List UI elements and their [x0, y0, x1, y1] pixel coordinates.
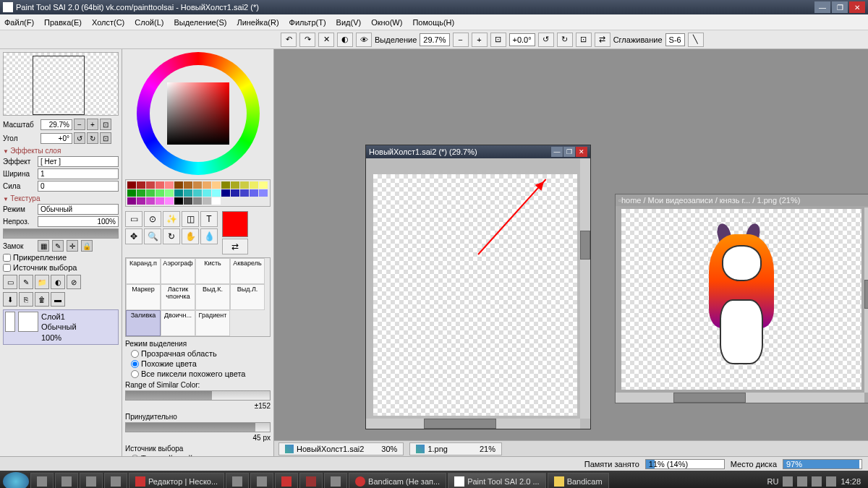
- deselect-button[interactable]: ✕: [318, 33, 334, 47]
- zoom-out[interactable]: −: [453, 33, 469, 47]
- doc1-close[interactable]: ✕: [576, 147, 587, 157]
- ang-ccw[interactable]: ↺: [74, 132, 85, 144]
- swatch[interactable]: [203, 181, 211, 189]
- swatch[interactable]: [203, 189, 211, 197]
- rot-ccw[interactable]: ↺: [538, 33, 554, 47]
- swatches[interactable]: [125, 179, 271, 207]
- doc1-min[interactable]: —: [551, 147, 563, 157]
- ang-cw[interactable]: ↻: [87, 132, 98, 144]
- undo-button[interactable]: ↶: [281, 33, 297, 47]
- swatch[interactable]: [250, 181, 258, 189]
- menu-select[interactable]: Выделение(S): [174, 18, 226, 27]
- swatch[interactable]: [156, 189, 164, 197]
- swatch[interactable]: [231, 189, 239, 197]
- swatch[interactable]: [165, 189, 174, 197]
- minimize-button[interactable]: —: [814, 1, 830, 13]
- brush-Акварель[interactable]: Акварель: [230, 258, 265, 284]
- swatch[interactable]: [240, 181, 249, 189]
- swatch[interactable]: [212, 189, 221, 197]
- del-layer[interactable]: 🗑: [35, 292, 49, 307]
- swatch[interactable]: [146, 197, 155, 205]
- merge-down[interactable]: ⬇: [3, 292, 17, 307]
- brush-Ластик чпончка[interactable]: Ластик чпончка: [161, 284, 195, 310]
- move-tool[interactable]: ✥: [125, 228, 142, 244]
- tray-icon[interactable]: [783, 476, 793, 487]
- doc2-hscroll[interactable]: [616, 393, 864, 403]
- menu-view[interactable]: Вид(V): [336, 18, 362, 27]
- strength-field[interactable]: 0: [38, 181, 119, 192]
- navigator[interactable]: [3, 52, 119, 116]
- brush-Выд.Л.[interactable]: Выд.Л.: [230, 284, 265, 310]
- pin-2[interactable]: [55, 473, 78, 488]
- task-sai[interactable]: Paint Tool SAI 2.0 ...: [448, 473, 545, 488]
- clock[interactable]: 14:28: [841, 477, 861, 486]
- brush-Двоичн...[interactable]: Двоичн...: [161, 310, 195, 336]
- swatch[interactable]: [137, 181, 145, 189]
- swatch[interactable]: [184, 181, 192, 189]
- new-vector[interactable]: ✎: [19, 275, 33, 289]
- swatch[interactable]: [174, 189, 183, 197]
- tray-icon[interactable]: [797, 476, 807, 487]
- menu-filter[interactable]: Фильтр(T): [289, 18, 326, 27]
- swatch[interactable]: [203, 197, 211, 205]
- layer-effects-section[interactable]: Эффекты слоя: [3, 147, 119, 155]
- force-slider[interactable]: [125, 422, 271, 432]
- new-folder[interactable]: 📁: [35, 275, 49, 289]
- menu-ruler[interactable]: Линейка(R): [237, 18, 278, 27]
- doc2-vscroll[interactable]: [864, 207, 868, 393]
- src-current[interactable]: Текущий слой: [131, 454, 271, 456]
- invert-button[interactable]: ◐: [337, 33, 353, 47]
- brush-Каранд.п[interactable]: Каранд.п: [126, 258, 161, 284]
- zoom-in[interactable]: +: [472, 33, 488, 47]
- pin-5[interactable]: [226, 473, 249, 488]
- selmode-allpix[interactable]: Все пиксели похожего цвета: [131, 369, 271, 378]
- task-bandicam1[interactable]: Bandicam (Не зап...: [349, 473, 446, 488]
- swatch[interactable]: [184, 189, 192, 197]
- tray-icon[interactable]: [812, 476, 822, 487]
- doc1-vscroll[interactable]: [580, 158, 590, 419]
- swatch[interactable]: [259, 189, 268, 197]
- document-window-1[interactable]: НовыйХолст1.sai2 (*) (29.7%) — ❐ ✕: [365, 145, 591, 429]
- mode-combo[interactable]: Обычный: [38, 204, 119, 215]
- attach-check[interactable]: Прикрепление: [3, 253, 119, 262]
- angle-box[interactable]: +0.0°: [509, 33, 535, 46]
- rotate-tool[interactable]: ↻: [163, 228, 180, 244]
- flip-h[interactable]: ⇄: [595, 33, 610, 47]
- swatch[interactable]: [193, 189, 202, 197]
- swatch[interactable]: [174, 181, 183, 189]
- wand-tool[interactable]: ✨: [163, 211, 180, 227]
- tab-doc1[interactable]: НовыйХолст1.sai230%: [278, 442, 404, 455]
- brush-Заливка[interactable]: Заливка: [126, 310, 161, 336]
- pin-8[interactable]: [299, 473, 323, 488]
- show-sel-button[interactable]: 👁: [356, 33, 372, 47]
- pin-4[interactable]: [104, 473, 127, 488]
- layer-item[interactable]: Слой1Обычный100%: [3, 309, 119, 345]
- swatch[interactable]: [127, 189, 136, 197]
- menu-file[interactable]: Файл(F): [4, 18, 34, 27]
- scale-value[interactable]: 29.7%: [41, 119, 72, 130]
- source-check[interactable]: Источник выбора: [3, 263, 119, 272]
- dup-layer[interactable]: ⎘: [19, 292, 33, 307]
- swatch[interactable]: [259, 181, 268, 189]
- swatch[interactable]: [127, 197, 136, 205]
- width-field[interactable]: 1: [38, 168, 119, 179]
- menu-edit[interactable]: Правка(E): [44, 18, 82, 27]
- scale-reset[interactable]: ⊡: [100, 119, 111, 130]
- selmode-similar[interactable]: Похожие цвета: [131, 359, 271, 368]
- swatch[interactable]: [127, 181, 136, 189]
- zoom-fit[interactable]: ⊡: [490, 33, 506, 47]
- swatch[interactable]: [137, 197, 145, 205]
- doc1-max[interactable]: ❐: [563, 147, 575, 157]
- swatch[interactable]: [250, 189, 258, 197]
- swatch[interactable]: [146, 181, 155, 189]
- angle-value[interactable]: +0°: [41, 133, 72, 144]
- lasso-tool[interactable]: ⊙: [144, 211, 161, 227]
- swatch[interactable]: [240, 189, 249, 197]
- marquee-tool[interactable]: ▭: [125, 211, 142, 227]
- range-slider[interactable]: [125, 390, 271, 401]
- clear-layer[interactable]: ⊘: [67, 275, 81, 289]
- task-bandicam2[interactable]: Bandicam: [548, 473, 609, 488]
- pin-6[interactable]: [250, 473, 273, 488]
- pin-3[interactable]: [80, 473, 103, 488]
- menu-canvas[interactable]: Холст(C): [92, 18, 124, 27]
